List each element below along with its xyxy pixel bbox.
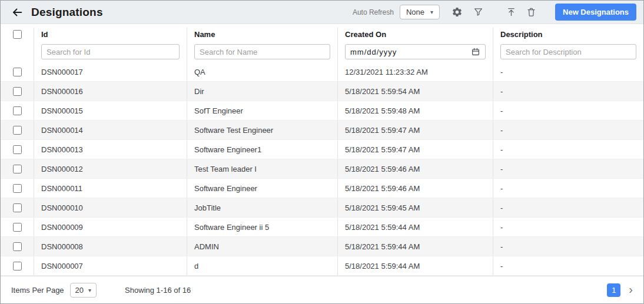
gear-icon (452, 6, 463, 18)
row-checkbox[interactable] (13, 262, 22, 270)
row-checkbox[interactable] (13, 242, 22, 251)
items-per-page-value: 20 (75, 286, 84, 295)
date-placeholder: mm/dd/yyyy (350, 48, 397, 56)
row-created-on: 5/18/2021 5:59:44 AM (337, 218, 493, 236)
row-id: DSN000011 (34, 179, 187, 198)
chevron-down-icon: ▾ (88, 287, 91, 293)
row-name: Software Engineer (187, 179, 337, 198)
row-created-on: 5/18/2021 5:59:47 AM (337, 140, 493, 159)
page-1-button[interactable]: 1 (607, 283, 620, 297)
new-designations-button[interactable]: New Designations (555, 4, 636, 21)
created-on-date-input[interactable]: mm/dd/yyyy (345, 44, 486, 59)
delete-button[interactable] (522, 4, 540, 21)
search-name-input[interactable] (194, 44, 330, 59)
table-row[interactable]: DSN000009 Software Engineer ii 5 5/18/20… (1, 218, 643, 237)
next-page-button[interactable]: › (629, 283, 633, 297)
row-created-on: 5/18/2021 5:59:45 AM (337, 198, 493, 217)
column-header-name[interactable]: Name (187, 28, 337, 41)
select-all-cell (1, 30, 34, 39)
search-description-input[interactable] (500, 44, 636, 59)
row-checkbox[interactable] (13, 145, 22, 154)
export-button[interactable] (502, 4, 520, 21)
row-checkbox[interactable] (13, 184, 22, 193)
search-id-input[interactable] (41, 44, 180, 59)
row-checkbox-cell (1, 106, 34, 115)
row-created-on: 5/18/2021 5:59:44 AM (337, 256, 493, 275)
settings-button[interactable] (448, 4, 466, 21)
column-header-description[interactable]: Description (493, 28, 643, 41)
back-arrow-icon (11, 6, 24, 19)
row-checkbox-cell (1, 223, 34, 232)
table-row[interactable]: DSN000012 Test Team leader I 5/18/2021 5… (1, 159, 643, 179)
row-created-on: 5/18/2021 5:59:46 AM (337, 159, 493, 178)
table-row[interactable]: DSN000016 Dir 5/18/2021 5:59:54 AM - (1, 82, 643, 101)
row-description: - (493, 256, 643, 275)
row-name: d (187, 256, 337, 275)
table-row[interactable]: DSN000007 d 5/18/2021 5:59:44 AM - (1, 256, 643, 276)
row-name: SofT Engineer (187, 101, 337, 120)
table-row[interactable]: DSN000014 Software Test Engineer 5/18/20… (1, 121, 643, 140)
row-created-on: 5/18/2021 5:59:44 AM (337, 237, 493, 256)
auto-refresh-dropdown[interactable]: None ▾ (400, 5, 440, 19)
row-id: DSN000007 (34, 256, 187, 275)
upload-icon (506, 6, 517, 18)
back-button[interactable] (9, 4, 25, 21)
column-header-created-on[interactable]: Created On (337, 28, 493, 41)
row-description: - (493, 198, 643, 217)
row-checkbox[interactable] (13, 203, 22, 212)
showing-range-text: Showing 1-16 of 16 (125, 286, 191, 295)
row-checkbox[interactable] (13, 68, 22, 76)
row-id: DSN000016 (34, 82, 187, 101)
appbar-actions: Auto Refresh None ▾ (353, 4, 636, 21)
table-search-row: mm/dd/yyyy (1, 41, 643, 62)
filter-icon (473, 6, 484, 18)
row-checkbox[interactable] (13, 106, 22, 115)
row-checkbox-cell (1, 165, 34, 173)
select-all-checkbox[interactable] (13, 30, 22, 39)
row-checkbox[interactable] (13, 126, 22, 135)
app-bar: Designations Auto Refresh None ▾ (1, 1, 643, 24)
table-row[interactable]: DSN000011 Software Engineer 5/18/2021 5:… (1, 179, 643, 198)
table-row[interactable]: DSN000008 ADMIN 5/18/2021 5:59:44 AM - (1, 237, 643, 256)
items-per-page-label: Items Per Page (11, 286, 64, 295)
row-id: DSN000013 (34, 140, 187, 159)
row-description: - (493, 62, 643, 81)
row-name: JobTitle (187, 198, 337, 217)
row-id: DSN000014 (34, 121, 187, 139)
auto-refresh-label: Auto Refresh (353, 8, 394, 16)
row-created-on: 12/31/2021 11:23:32 AM (337, 62, 493, 81)
table-row[interactable]: DSN000015 SofT Engineer 5/18/2021 5:59:4… (1, 101, 643, 121)
row-checkbox-cell (1, 68, 34, 76)
row-description: - (493, 140, 643, 159)
row-checkbox-cell (1, 145, 34, 154)
row-description: - (493, 179, 643, 198)
row-checkbox-cell (1, 184, 34, 193)
row-name: Test Team leader I (187, 159, 337, 178)
items-per-page-select[interactable]: 20 ▾ (70, 283, 97, 298)
page-title: Designations (31, 6, 103, 19)
table-row[interactable]: DSN000010 JobTitle 5/18/2021 5:59:45 AM … (1, 198, 643, 218)
row-checkbox[interactable] (13, 223, 22, 232)
row-name: Software Engineer ii 5 (187, 218, 337, 236)
table-row[interactable]: DSN000013 Software Engineer1 5/18/2021 5… (1, 140, 643, 159)
row-checkbox-cell (1, 203, 34, 212)
row-name: QA (187, 62, 337, 81)
chevron-down-icon: ▾ (430, 9, 433, 15)
row-description: - (493, 237, 643, 256)
row-id: DSN000017 (34, 62, 187, 81)
row-created-on: 5/18/2021 5:59:48 AM (337, 101, 493, 120)
column-header-id[interactable]: Id (34, 28, 187, 41)
row-description: - (493, 218, 643, 236)
table-body: DSN000017 QA 12/31/2021 11:23:32 AM - DS… (1, 62, 643, 276)
row-checkbox-cell (1, 242, 34, 251)
row-description: - (493, 121, 643, 139)
designations-table: Id Name Created On Description mm/dd/yyy… (1, 24, 643, 276)
row-id: DSN000008 (34, 237, 187, 256)
trash-icon (526, 6, 537, 18)
calendar-icon[interactable] (471, 47, 480, 56)
row-name: Dir (187, 82, 337, 101)
row-checkbox[interactable] (13, 165, 22, 173)
row-checkbox[interactable] (13, 87, 22, 96)
filter-button[interactable] (469, 4, 487, 21)
table-row[interactable]: DSN000017 QA 12/31/2021 11:23:32 AM - (1, 62, 643, 82)
